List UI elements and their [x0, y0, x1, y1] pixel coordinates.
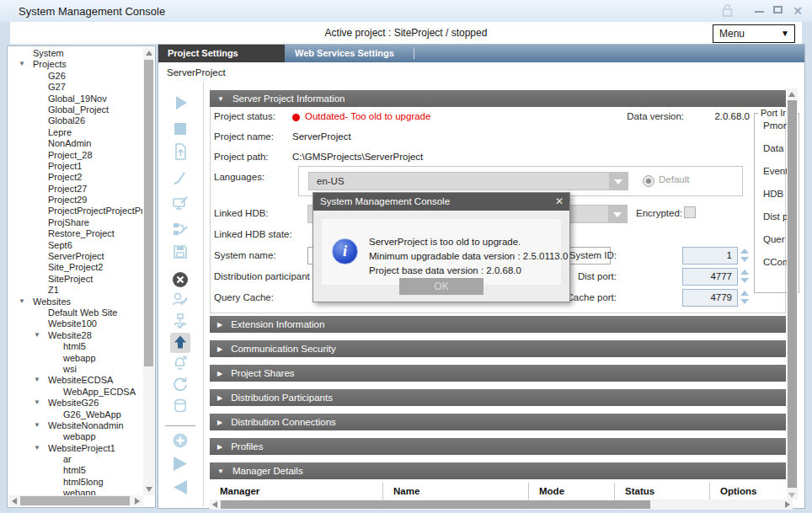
scroll-down-icon[interactable] — [146, 487, 152, 492]
tree-item[interactable]: ▼Website28 — [8, 330, 142, 341]
tree-item[interactable]: Global26 — [8, 115, 142, 126]
content-scrollbar-thumb[interactable] — [788, 100, 797, 488]
stop-project-icon[interactable] — [170, 120, 190, 140]
query-cache-port-field[interactable]: 4779 — [682, 289, 738, 307]
upgrade-icon[interactable] — [170, 333, 190, 353]
start-project-icon[interactable] — [170, 94, 190, 114]
save-icon[interactable] — [170, 243, 190, 263]
tree-item[interactable]: Default Web Site — [8, 307, 142, 318]
tree-item[interactable]: html5long — [8, 477, 142, 488]
tree-item[interactable]: System — [8, 48, 142, 59]
tree-vertical-scrollbar[interactable] — [143, 47, 154, 495]
scroll-up-icon[interactable] — [146, 51, 152, 56]
tree-item[interactable]: Website100 — [8, 318, 142, 329]
expander-icon[interactable]: ▼ — [34, 331, 40, 339]
expander-icon[interactable]: ▼ — [34, 444, 40, 452]
tree-scrollbar-thumb[interactable] — [144, 60, 153, 366]
system-id-spinner[interactable] — [740, 247, 749, 265]
tree-item[interactable]: ar — [8, 454, 142, 465]
section-collapsed[interactable]: ▶Distribution Connections — [210, 414, 786, 430]
tree-item[interactable]: Project2 — [8, 172, 142, 183]
scroll-down-icon[interactable] — [788, 493, 795, 498]
tree-item[interactable]: NonAdmin — [8, 138, 142, 149]
validate-user-icon[interactable] — [170, 290, 190, 310]
scroll-left-icon[interactable] — [212, 501, 217, 508]
tree-horizontal-scrollbar[interactable] — [8, 495, 143, 506]
section-collapsed[interactable]: ▶Communication Security — [210, 340, 786, 357]
tree-item[interactable]: Site_Project2 — [8, 262, 142, 273]
expander-icon[interactable]: ▼ — [19, 297, 25, 305]
tree-item[interactable]: html5 — [8, 341, 142, 352]
maximize-icon[interactable] — [770, 6, 785, 13]
tree-item[interactable]: G27 — [8, 82, 142, 93]
expander-icon[interactable]: ▼ — [34, 421, 40, 429]
scroll-right-icon[interactable] — [135, 498, 140, 505]
language-dropdown[interactable]: en-US — [308, 172, 628, 190]
manager-column-header[interactable]: Mode — [528, 483, 614, 500]
tree-item[interactable]: ServerProject — [8, 251, 142, 262]
section-collapsed[interactable]: ▶Profiles — [210, 438, 786, 455]
query-cache-port-spinner[interactable] — [740, 289, 749, 307]
tree-item[interactable]: Project1 — [8, 161, 142, 172]
manager-column-header[interactable]: Options — [709, 483, 786, 500]
edit-project-icon[interactable] — [170, 168, 190, 189]
tree-item[interactable]: wsi — [8, 364, 142, 375]
tree-item[interactable]: Project29 — [8, 195, 142, 206]
close-icon[interactable]: ✕ — [790, 3, 805, 19]
tree-item[interactable]: ▼WebsiteG26 — [8, 398, 142, 409]
section-server-project-information[interactable]: ▼Server Project Information — [210, 90, 786, 107]
dist-port-field[interactable]: 4777 — [682, 268, 738, 286]
edit-network-icon[interactable] — [170, 220, 190, 240]
tree-item[interactable]: html5 — [8, 465, 142, 476]
clear-data-icon[interactable] — [170, 397, 190, 417]
scroll-left-icon[interactable] — [12, 498, 17, 505]
tree-item[interactable]: Global_Project — [8, 104, 142, 115]
tree-item[interactable]: Sept6 — [8, 240, 142, 251]
restore-icon[interactable] — [170, 375, 190, 395]
tree-item[interactable]: webapp — [8, 488, 142, 495]
content-horizontal-scrollbar[interactable] — [210, 500, 793, 510]
disable-alarms-icon[interactable] — [170, 353, 190, 373]
tree-item[interactable]: ProjShare — [8, 217, 142, 228]
tree-item[interactable]: webapp — [8, 353, 142, 364]
dropdown-arrow-icon[interactable] — [609, 173, 628, 190]
dropdown-arrow-icon[interactable] — [608, 206, 627, 222]
tree-item[interactable]: Z1 — [8, 285, 142, 296]
dist-port-spinner[interactable] — [740, 268, 749, 286]
tree-item[interactable]: ▼WebsiteECDSA — [8, 375, 142, 386]
section-collapsed[interactable]: ▶Distribution Participants — [210, 389, 786, 406]
manager-column-header[interactable]: Name — [382, 483, 528, 500]
tree-item[interactable]: webapp — [8, 431, 142, 442]
scroll-right-icon[interactable] — [785, 501, 790, 508]
cancel-icon[interactable] — [170, 270, 190, 291]
dialog-close-icon[interactable]: ✕ — [555, 195, 564, 209]
section-collapsed[interactable]: ▶Project Shares — [210, 365, 786, 382]
forward-icon[interactable] — [170, 454, 190, 474]
tree-item[interactable]: ▼Websites — [8, 297, 142, 307]
tree-item[interactable]: Global_19Nov — [8, 94, 142, 104]
minimize-icon[interactable] — [751, 11, 767, 13]
tree-item[interactable]: ▼Projects — [8, 59, 142, 70]
expander-icon[interactable]: ▼ — [34, 398, 40, 406]
encrypted-checkbox[interactable] — [684, 206, 696, 218]
tree-item[interactable]: WebApp_ECDSA — [8, 387, 142, 398]
tree-item[interactable]: G26 — [8, 71, 142, 82]
tree-item[interactable]: Project_28 — [8, 150, 142, 161]
content-scrollbar-hthumb[interactable] — [221, 500, 650, 509]
tree-item[interactable]: Restore_Project — [8, 228, 142, 239]
section-collapsed[interactable]: ▶Extension Information — [210, 316, 786, 333]
tab-project-settings[interactable]: Project Settings — [158, 45, 285, 62]
back-icon[interactable] — [170, 478, 190, 498]
content-vertical-scrollbar[interactable] — [787, 88, 798, 500]
tree-item[interactable]: ▼WebsiteProject1 — [8, 443, 142, 454]
edit-display-icon[interactable] — [170, 195, 190, 215]
manager-column-header[interactable]: Manager — [210, 483, 382, 500]
tab-web-services-settings[interactable]: Web Services Settings — [295, 45, 394, 62]
scroll-up-icon[interactable] — [788, 92, 795, 97]
tree-item[interactable]: ▼WebsiteNonadmin — [8, 420, 142, 431]
tree-item[interactable]: G26_WebApp — [8, 409, 142, 420]
expander-icon[interactable]: ▼ — [34, 376, 40, 383]
menu-dropdown[interactable]: Menu ▼ — [713, 24, 795, 43]
upgrade-project-data-icon[interactable] — [170, 142, 190, 163]
tree-item[interactable]: Project27 — [8, 184, 142, 195]
